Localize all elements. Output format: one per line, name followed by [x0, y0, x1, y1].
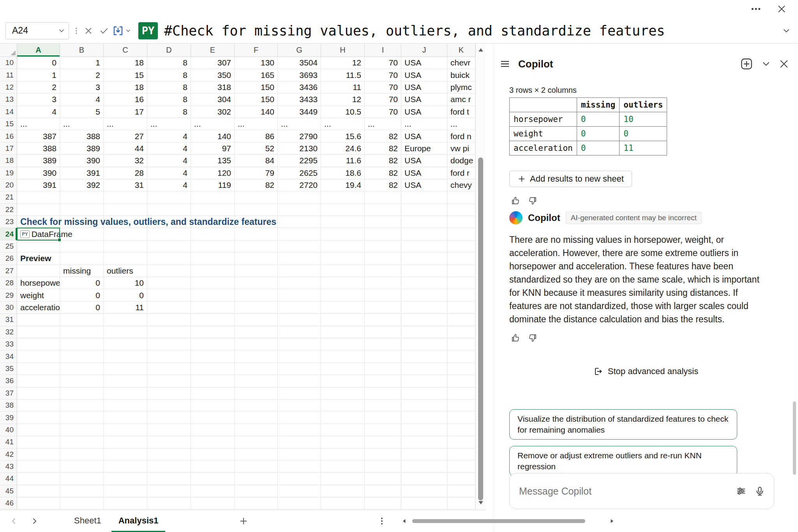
- grid-cell[interactable]: [321, 314, 365, 326]
- grid-cell[interactable]: [365, 399, 401, 412]
- tools-icon[interactable]: [736, 486, 747, 497]
- grid-cell[interactable]: 15: [104, 69, 147, 81]
- row-header[interactable]: 25: [0, 240, 17, 253]
- suggestion-chip[interactable]: Visualize the distribution of standardiz…: [509, 409, 737, 440]
- grid-cell[interactable]: 12: [321, 57, 365, 69]
- grid-cell[interactable]: [235, 253, 278, 265]
- grid-cell[interactable]: 11.6: [321, 155, 365, 167]
- grid-cell[interactable]: [278, 424, 321, 436]
- grid-cell[interactable]: [104, 436, 147, 448]
- grid-cell[interactable]: [147, 363, 191, 375]
- row-header[interactable]: 26: [0, 253, 17, 265]
- grid-cell[interactable]: 1: [17, 69, 60, 81]
- grid-cell[interactable]: 8: [147, 57, 191, 69]
- grid-cell[interactable]: 140: [235, 106, 278, 118]
- grid-cell[interactable]: [191, 302, 235, 314]
- grid-cell[interactable]: 388: [17, 143, 60, 155]
- grid-cell[interactable]: [147, 277, 191, 289]
- grid-cell[interactable]: [235, 412, 278, 424]
- grid-cell[interactable]: 0: [104, 289, 147, 301]
- grid-cell[interactable]: [147, 289, 191, 301]
- grid-cell[interactable]: [401, 363, 447, 375]
- grid-cell[interactable]: [365, 449, 401, 461]
- grid-cell[interactable]: [321, 350, 365, 362]
- grid-cell[interactable]: 387: [17, 130, 60, 142]
- grid-cell[interactable]: 135: [191, 155, 235, 167]
- grid-cell[interactable]: [365, 473, 401, 485]
- grid-cell[interactable]: 44: [104, 143, 147, 155]
- grid-cell[interactable]: [104, 191, 147, 203]
- grid-cell[interactable]: [60, 436, 104, 448]
- grid-cell[interactable]: [321, 228, 365, 240]
- grid-cell[interactable]: [17, 326, 60, 338]
- stop-analysis-button[interactable]: Stop advanced analysis: [593, 366, 698, 376]
- grid-cell[interactable]: [321, 424, 365, 436]
- grid-cell[interactable]: 2720: [278, 179, 321, 191]
- grid-cell[interactable]: [447, 436, 475, 448]
- grid-cell[interactable]: Check for missing values, outliers, and …: [17, 216, 60, 228]
- grid-cell[interactable]: [401, 240, 447, 253]
- grid-cell[interactable]: 2790: [278, 130, 321, 142]
- row-header[interactable]: 11: [0, 69, 17, 81]
- hscroll-right-icon[interactable]: [608, 517, 616, 525]
- grid-cell[interactable]: [235, 228, 278, 240]
- grid-cell[interactable]: [321, 387, 365, 399]
- grid-cell[interactable]: 3433: [278, 94, 321, 106]
- close-panel-icon[interactable]: [779, 58, 789, 69]
- row-header[interactable]: 30: [0, 302, 17, 314]
- grid-cell[interactable]: [235, 449, 278, 461]
- grid-cell[interactable]: [147, 338, 191, 350]
- grid-cell[interactable]: [401, 338, 447, 350]
- grid-cell[interactable]: 3: [60, 81, 104, 94]
- grid-cell[interactable]: [401, 387, 447, 399]
- grid-cell[interactable]: 390: [17, 167, 60, 179]
- grid-cell[interactable]: [191, 436, 235, 448]
- grid-cell[interactable]: [321, 277, 365, 289]
- grid-cell[interactable]: [235, 363, 278, 375]
- grid-cell[interactable]: [321, 289, 365, 301]
- grid-cell[interactable]: 4: [147, 143, 191, 155]
- chevron-down-icon[interactable]: [58, 27, 65, 35]
- grid-cell[interactable]: [191, 326, 235, 338]
- grid-cell[interactable]: [401, 485, 447, 497]
- grid-cell[interactable]: [365, 314, 401, 326]
- grid-cell[interactable]: [104, 253, 147, 265]
- grid-cell[interactable]: [60, 326, 104, 338]
- grid-cell[interactable]: 2: [17, 81, 60, 94]
- grid-cell[interactable]: [447, 240, 475, 253]
- grid-cell[interactable]: [191, 338, 235, 350]
- grid-cell[interactable]: [191, 191, 235, 203]
- grid-cell[interactable]: acceleration: [17, 302, 60, 314]
- grid-cell[interactable]: [147, 240, 191, 253]
- column-header[interactable]: I: [365, 44, 401, 57]
- grid-cell[interactable]: [278, 338, 321, 350]
- grid-cell[interactable]: [321, 253, 365, 265]
- grid-cell[interactable]: 2625: [278, 167, 321, 179]
- grid-cell[interactable]: [321, 326, 365, 338]
- grid-cell[interactable]: [17, 265, 60, 277]
- grid-cell[interactable]: [447, 497, 475, 509]
- grid-cell[interactable]: [278, 216, 321, 228]
- row-header[interactable]: 15: [0, 118, 17, 130]
- column-header[interactable]: E: [191, 44, 235, 57]
- grid-cell[interactable]: [235, 240, 278, 253]
- grid-cell[interactable]: [60, 461, 104, 473]
- row-header[interactable]: 37: [0, 387, 17, 399]
- grid-cell[interactable]: [104, 497, 147, 509]
- grid-cell[interactable]: 8: [147, 94, 191, 106]
- grid-cell[interactable]: [401, 473, 447, 485]
- grid-cell[interactable]: [401, 191, 447, 203]
- grid-cell[interactable]: 82: [365, 167, 401, 179]
- grid-cell[interactable]: [104, 387, 147, 399]
- grid-cell[interactable]: [447, 314, 475, 326]
- grid-cell[interactable]: [60, 240, 104, 253]
- grid-cell[interactable]: [17, 375, 60, 387]
- collapse-panel-icon[interactable]: [761, 58, 772, 69]
- copilot-scrollbar-thumb[interactable]: [793, 401, 796, 475]
- grid-cell[interactable]: [447, 216, 475, 228]
- grid-cell[interactable]: [278, 363, 321, 375]
- grid-cell[interactable]: [147, 399, 191, 412]
- grid-cell[interactable]: horsepower: [17, 277, 60, 289]
- grid-cell[interactable]: [447, 350, 475, 362]
- grid-cell[interactable]: [191, 461, 235, 473]
